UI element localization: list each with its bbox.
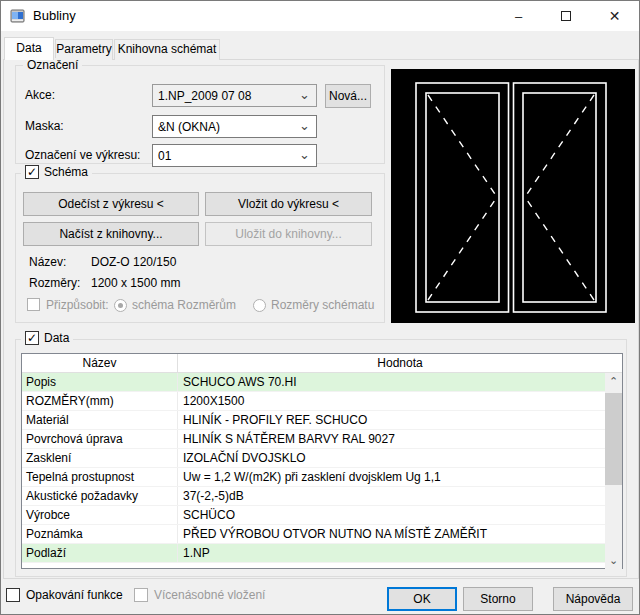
row-value: HLINÍK - PROFILY REF. SCHUCO xyxy=(178,411,605,429)
table-row[interactable]: ZaskleníIZOLAČNÍ DVOJSKLO xyxy=(22,449,605,468)
data-legend: ✓ Data xyxy=(21,331,73,345)
schema-legend-label: Schéma xyxy=(44,165,88,179)
rozmery-schematu-label: Rozměry schématu xyxy=(271,298,374,312)
check-icon: ✓ xyxy=(27,332,37,344)
schema-rozmerum-label: schéma Rozměrům xyxy=(132,298,236,312)
opakovani-funkce-checkbox-row[interactable]: Opakování funkce xyxy=(6,588,123,602)
row-value: Uw = 1,2 W/(m2K) při zasklení dvojsklem … xyxy=(178,468,605,486)
storno-label: Storno xyxy=(480,592,515,606)
ok-button[interactable]: OK xyxy=(387,587,457,611)
oznaceni-ve-vykresu-value: 01 xyxy=(158,149,171,163)
row-value: 1200X1500 xyxy=(178,392,605,410)
tab-parametry[interactable]: Parametry xyxy=(55,39,113,60)
close-button[interactable]: ✕ xyxy=(589,1,640,31)
data-table-body: PopisSCHUCO AWS 70.HIROZMĚRY(mm)1200X150… xyxy=(22,373,605,563)
row-name: Podlaží xyxy=(22,544,178,562)
table-row[interactable]: Akustické požadavky37(-2,-5)dB xyxy=(22,487,605,506)
oznaceni-legend: Označení xyxy=(23,58,82,72)
row-name: Akustické požadavky xyxy=(22,487,178,505)
check-icon: ✓ xyxy=(27,166,37,178)
akce-label: Akce: xyxy=(25,88,55,102)
rozmery-label: Rozměry: xyxy=(29,276,80,290)
nova-button-label: Nová... xyxy=(329,89,367,103)
schema-legend: ✓ Schéma xyxy=(21,165,92,179)
row-name: Tepelná prostupnost xyxy=(22,468,178,486)
chevron-down-icon: ⌄ xyxy=(299,118,310,133)
row-value: HLINÍK S NÁTĚREM BARVY RAL 9027 xyxy=(178,430,605,448)
chevron-down-icon: ⌄ xyxy=(299,147,310,162)
nacist-z-knihovny-button[interactable]: Načíst z knihovny... xyxy=(23,222,199,246)
window-schema-preview xyxy=(391,69,635,323)
table-row[interactable]: Podlaží1.NP xyxy=(22,544,605,563)
vicenasobne-vlozeni-label: Vícenásobné vložení xyxy=(154,588,265,602)
scroll-down-icon[interactable]: ⌄ xyxy=(605,552,622,569)
storno-button[interactable]: Storno xyxy=(463,587,533,611)
data-checkbox[interactable]: ✓ xyxy=(25,331,39,345)
maximize-icon xyxy=(561,11,571,21)
close-icon: ✕ xyxy=(609,8,621,24)
column-header-nazev[interactable]: Název xyxy=(22,354,178,372)
maska-combobox[interactable]: &N (OKNA) ⌄ xyxy=(152,115,317,138)
opakovani-funkce-label: Opakování funkce xyxy=(26,588,123,602)
schema-rozmerum-radio xyxy=(114,299,127,312)
maximize-button[interactable] xyxy=(542,1,589,31)
nacist-label: Načíst z knihovny... xyxy=(59,227,162,241)
vlozit-do-vykresu-button[interactable]: Vložit do výkresu < xyxy=(205,192,372,216)
vicenasobne-vlozeni-checkbox-row: Vícenásobné vložení xyxy=(134,588,265,602)
row-value: IZOLAČNÍ DVOJSKLO xyxy=(178,449,605,467)
schema-checkbox[interactable]: ✓ xyxy=(25,165,39,179)
akce-combobox[interactable]: 1.NP_2009 07 08 ⌄ xyxy=(152,84,317,107)
window-drawing xyxy=(391,69,635,323)
maska-label: Maska: xyxy=(25,119,64,133)
table-row[interactable]: Povrchová úpravaHLINÍK S NÁTĚREM BARVY R… xyxy=(22,430,605,449)
table-row[interactable]: VýrobceSCHÜCO xyxy=(22,506,605,525)
vlozit-label: Vložit do výkresu < xyxy=(238,197,339,211)
table-row[interactable]: PoznámkaPŘED VÝROBOU OTVOR NUTNO NA MÍST… xyxy=(22,525,605,544)
nova-button[interactable]: Nová... xyxy=(325,84,371,108)
rozmery-schematu-radio xyxy=(253,299,266,312)
vicenasobne-vlozeni-checkbox xyxy=(134,588,148,602)
oznaceni-ve-vykresu-label: Označení ve výkresu: xyxy=(25,148,140,162)
minimize-icon: – xyxy=(515,9,522,24)
scrollbar-thumb[interactable] xyxy=(605,393,622,485)
table-scrollbar[interactable]: ⌃ ⌄ xyxy=(605,373,622,569)
ulozit-label: Uložit do knihovny... xyxy=(235,227,342,241)
row-value: SCHUCO AWS 70.HI xyxy=(178,373,605,391)
odecist-z-vykresu-button[interactable]: Odečíst z výkresu < xyxy=(23,192,199,216)
ulozit-do-knihovny-button: Uložit do knihovny... xyxy=(205,222,372,246)
row-name: Popis xyxy=(22,373,178,391)
odecist-label: Odečíst z výkresu < xyxy=(58,197,164,211)
column-header-hodnota[interactable]: Hodnota xyxy=(178,354,622,372)
oznaceni-ve-vykresu-combobox[interactable]: 01 ⌄ xyxy=(152,144,317,167)
row-name: Materiál xyxy=(22,411,178,429)
row-value: 1.NP xyxy=(178,544,605,562)
prizpusobit-label: Přizpůsobit: xyxy=(46,298,109,312)
window-title: Bubliny xyxy=(33,8,76,23)
nazev-label: Název: xyxy=(29,255,66,269)
row-name: Poznámka xyxy=(22,525,178,543)
napoveda-button[interactable]: Nápověda xyxy=(553,587,633,611)
tab-knihovna-schemat[interactable]: Knihovna schémat xyxy=(114,39,220,60)
data-table-header: Název Hodnota xyxy=(22,354,622,373)
table-row[interactable]: PopisSCHUCO AWS 70.HI xyxy=(22,373,605,392)
nazev-value: DOZ-O 120/150 xyxy=(91,255,176,269)
row-value: SCHÜCO xyxy=(178,506,605,524)
tab-data[interactable]: Data xyxy=(4,37,54,60)
minimize-button[interactable]: – xyxy=(495,1,542,31)
table-row[interactable]: Tepelná prostupnostUw = 1,2 W/(m2K) při … xyxy=(22,468,605,487)
table-row[interactable]: MateriálHLINÍK - PROFILY REF. SCHUCO xyxy=(22,411,605,430)
rozmery-value: 1200 x 1500 mm xyxy=(91,276,180,290)
data-legend-label: Data xyxy=(44,331,69,345)
napoveda-label: Nápověda xyxy=(566,592,621,606)
scroll-up-icon[interactable]: ⌃ xyxy=(605,373,622,390)
row-value: 37(-2,-5)dB xyxy=(178,487,605,505)
data-table: Název Hodnota PopisSCHUCO AWS 70.HIROZMĚ… xyxy=(21,353,623,569)
row-name: Povrchová úprava xyxy=(22,430,178,448)
maska-value: &N (OKNA) xyxy=(158,120,220,134)
bubliny-dialog: Bubliny – ✕ Data Parametry Knihovna sché… xyxy=(0,0,640,615)
table-row[interactable]: ROZMĚRY(mm)1200X1500 xyxy=(22,392,605,411)
row-name: Výrobce xyxy=(22,506,178,524)
akce-value: 1.NP_2009 07 08 xyxy=(158,89,251,103)
opakovani-funkce-checkbox[interactable] xyxy=(6,588,20,602)
ok-label: OK xyxy=(413,592,430,606)
